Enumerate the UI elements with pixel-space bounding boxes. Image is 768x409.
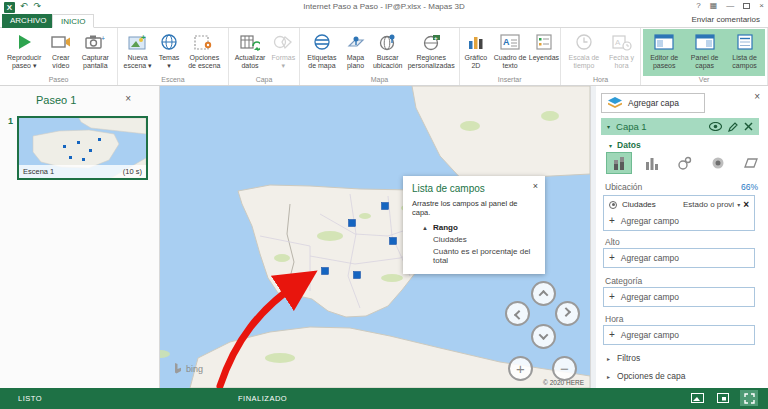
pan-right-button[interactable] bbox=[555, 301, 580, 326]
group-label-hora: Hora bbox=[563, 76, 638, 85]
location-type-value[interactable]: Estado o provi bbox=[683, 200, 734, 209]
tour-close-icon[interactable]: × bbox=[125, 93, 131, 104]
refresh-data-button[interactable]: Actualizar datos bbox=[231, 29, 270, 76]
chart-2d-button[interactable]: Gráfico 2D bbox=[462, 29, 491, 76]
fields-list-close-icon[interactable]: × bbox=[533, 181, 538, 191]
location-field-name: Ciudades bbox=[622, 200, 656, 209]
fields-list-panel: Lista de campos × Arrastre los campos al… bbox=[403, 176, 545, 274]
chevron-left-icon bbox=[514, 310, 524, 320]
group-label-insertar: Insertar bbox=[462, 76, 558, 85]
status-ready: LISTO bbox=[18, 394, 42, 403]
create-video-button[interactable]: Crear vídeo bbox=[46, 29, 75, 76]
shapes-icon bbox=[273, 32, 293, 52]
restore-icon[interactable] bbox=[743, 3, 750, 9]
ribbon-options-icon[interactable]: ▦ bbox=[710, 1, 718, 10]
layer-header[interactable]: ▾ Capa 1 bbox=[601, 118, 759, 135]
datos-caret-icon: ▾ bbox=[609, 142, 612, 149]
capture-screen-button[interactable]: + Capturar pantalla bbox=[75, 29, 115, 76]
layer-panel-scrollbar[interactable] bbox=[591, 86, 596, 388]
category-field-box: + Agregar campo bbox=[603, 287, 755, 307]
add-category-field[interactable]: + Agregar campo bbox=[604, 288, 754, 306]
map-labels-button[interactable]: Etiquetas de mapa bbox=[302, 29, 341, 76]
legends-button[interactable]: Leyendas bbox=[530, 29, 558, 76]
legend-icon bbox=[536, 32, 552, 52]
tab-inicio[interactable]: INICIO bbox=[52, 14, 94, 28]
new-scene-button[interactable]: + Nueva escena ▾ bbox=[120, 29, 155, 76]
custom-regions-button[interactable]: + Regiones personalizadas bbox=[406, 29, 457, 76]
ribbon-group-mapa: Etiquetas de mapa Mapa plano Buscar ubic… bbox=[300, 28, 459, 85]
send-feedback-link[interactable]: Enviar comentarios bbox=[692, 15, 760, 24]
camera-icon: + bbox=[85, 32, 105, 52]
zoom-out-button[interactable]: − bbox=[552, 356, 577, 381]
pan-left-button[interactable] bbox=[505, 301, 530, 326]
viz-heatmap[interactable] bbox=[706, 153, 730, 173]
bar-chart-icon bbox=[468, 32, 484, 52]
scene-options-button[interactable]: Opciones de escena bbox=[183, 29, 226, 76]
play-tour-button[interactable]: Reproducir paseo ▾ bbox=[2, 29, 46, 76]
svg-text:+: + bbox=[434, 34, 438, 40]
add-location-field[interactable]: + Agregar campo bbox=[604, 212, 754, 230]
flat-view-button[interactable] bbox=[688, 390, 706, 406]
text-box-button[interactable]: A Cuadro de texto bbox=[490, 29, 530, 76]
chevron-right-icon bbox=[561, 307, 571, 317]
mapas-3d-window: X ↶↷ Internet Paso a Paso - IP@P.xlsx - … bbox=[0, 0, 768, 409]
layers-pane-toggle-button[interactable]: Panel de capas bbox=[685, 29, 724, 76]
hora-label: Hora bbox=[605, 314, 623, 324]
find-location-button[interactable]: Buscar ubicación bbox=[370, 29, 406, 76]
ribbon: Reproducir paseo ▾ Crear vídeo + Captura… bbox=[0, 28, 768, 86]
viz-stacked-column[interactable] bbox=[607, 153, 631, 173]
alto-label: Alto bbox=[605, 237, 620, 247]
layers-icon bbox=[608, 97, 622, 109]
minus-icon: − bbox=[560, 361, 569, 376]
tour-editor-panel: Paseo 1 × 1 Escena 1 (10 s) bbox=[0, 86, 160, 388]
layer-options-toggle[interactable]: ▸ Opciones de capa bbox=[607, 371, 686, 381]
svg-text:+: + bbox=[101, 35, 105, 42]
capture-view-button[interactable] bbox=[714, 390, 732, 406]
filters-section-toggle[interactable]: ▸ Filtros bbox=[607, 353, 640, 363]
ribbon-tabs: ARCHIVO INICIO Enviar comentarios bbox=[0, 14, 768, 28]
fields-list-toggle-button[interactable]: Lista de campos bbox=[724, 29, 765, 76]
add-height-field[interactable]: + Agregar campo bbox=[604, 249, 754, 267]
pan-down-button[interactable] bbox=[531, 324, 556, 349]
titlebar: X ↶↷ Internet Paso a Paso - IP@P.xlsx - … bbox=[0, 0, 768, 14]
fields-group-rango[interactable]: ▲ Rango bbox=[422, 223, 536, 232]
fields-list-hint: Arrastre los campos al panel de capa. bbox=[412, 199, 536, 217]
scene-label: Escena 1 bbox=[23, 165, 54, 178]
visibility-eye-icon[interactable] bbox=[709, 122, 722, 131]
datos-section-toggle[interactable]: ▾ Datos bbox=[609, 140, 641, 150]
flat-map-button[interactable]: Mapa plano bbox=[342, 29, 370, 76]
shapes-button: Formas ▾ bbox=[269, 29, 297, 76]
close-icon[interactable]: × bbox=[759, 1, 764, 10]
remove-location-field-icon[interactable]: × bbox=[743, 199, 749, 210]
field-item-porcentaje[interactable]: Cuánto es el porcentaje del total bbox=[433, 247, 536, 265]
fullscreen-button[interactable] bbox=[740, 390, 758, 406]
add-time-field[interactable]: + Agregar campo bbox=[604, 326, 754, 344]
location-field-row[interactable]: Ciudades Estado o provi ▾ × bbox=[604, 196, 754, 212]
scene-thumbnail[interactable]: Escena 1 (10 s) bbox=[17, 116, 148, 180]
location-field-box: Ciudades Estado o provi ▾ × + Agregar ca… bbox=[603, 195, 755, 231]
help-icon[interactable]: ? bbox=[696, 1, 700, 10]
add-layer-button[interactable]: Agregar capa bbox=[601, 93, 705, 113]
location-type-caret-icon[interactable]: ▾ bbox=[737, 201, 740, 208]
field-item-ciudades[interactable]: Ciudades bbox=[433, 235, 536, 244]
themes-button[interactable]: Temas ▾ bbox=[155, 29, 183, 76]
globe-icon bbox=[160, 32, 178, 52]
viz-bubble[interactable] bbox=[673, 153, 697, 173]
layer-collapse-icon[interactable]: ▾ bbox=[607, 123, 610, 130]
tab-archivo[interactable]: ARCHIVO bbox=[2, 14, 54, 28]
delete-layer-icon[interactable] bbox=[744, 122, 753, 131]
svg-text:+: + bbox=[141, 34, 146, 42]
location-percent[interactable]: 66% bbox=[741, 182, 758, 192]
minimize-icon[interactable]: — bbox=[726, 1, 734, 10]
pan-up-button[interactable] bbox=[531, 281, 556, 306]
scene-number: 1 bbox=[8, 116, 13, 126]
scene-duration: (10 s) bbox=[123, 165, 142, 178]
zoom-in-button[interactable]: + bbox=[508, 356, 533, 381]
bing-b-icon bbox=[174, 363, 183, 374]
viz-region[interactable] bbox=[739, 153, 763, 173]
viz-clustered-column[interactable] bbox=[640, 153, 664, 173]
layer-panel-close-icon[interactable]: × bbox=[754, 91, 760, 102]
tour-editor-toggle-button[interactable]: Editor de paseos bbox=[643, 29, 685, 76]
rename-pencil-icon[interactable] bbox=[728, 122, 738, 132]
group-label-paseo: Paseo bbox=[2, 76, 115, 85]
